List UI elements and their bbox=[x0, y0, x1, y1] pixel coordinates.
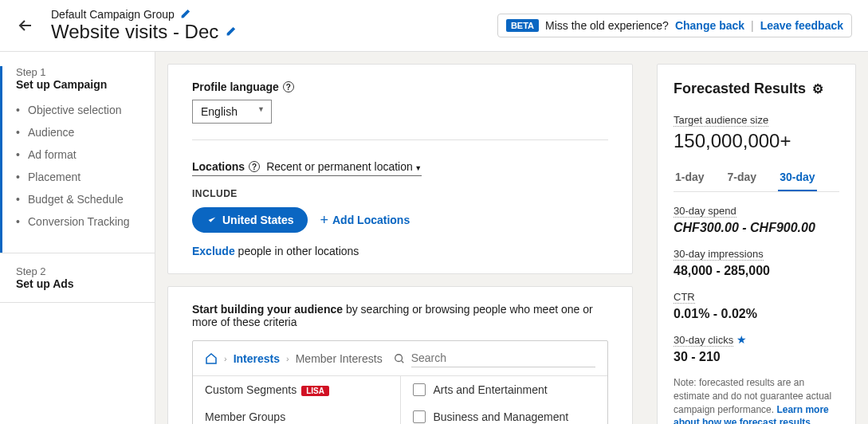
chevron-right-icon: › bbox=[286, 354, 289, 363]
location-pill[interactable]: United States bbox=[192, 207, 308, 233]
divider bbox=[0, 253, 155, 253]
substep-item[interactable]: Budget & Schedule bbox=[16, 188, 139, 210]
interest-option[interactable]: Arts and Entertainment bbox=[401, 376, 608, 403]
option-text: Business and Management bbox=[434, 410, 569, 423]
beta-badge: BETA bbox=[506, 19, 539, 32]
breadcrumb: Default Campaign Group bbox=[51, 8, 236, 21]
breadcrumb-interests[interactable]: Interests bbox=[234, 352, 280, 365]
step-number: Step 2 bbox=[16, 265, 139, 277]
breadcrumb-current: Member Interests bbox=[296, 352, 383, 365]
metric-value: 30 - 210 bbox=[674, 350, 839, 364]
sidebar: Step 1 Set up Campaign Objective selecti… bbox=[0, 52, 155, 424]
substep-item[interactable]: Ad format bbox=[16, 143, 139, 166]
include-label: INCLUDE bbox=[192, 188, 608, 199]
pencil-icon[interactable] bbox=[225, 26, 236, 37]
lisa-badge: LISA bbox=[301, 386, 329, 396]
metric-label: 30-day impressions bbox=[674, 248, 764, 261]
metric-label: 30-day spend bbox=[674, 205, 736, 218]
page-header: Default Campaign Group Website visits - … bbox=[0, 0, 868, 52]
check-icon bbox=[206, 214, 218, 226]
breadcrumb-text: Default Campaign Group bbox=[51, 8, 175, 21]
label-text: Profile language bbox=[192, 80, 279, 93]
browse-item-member-groups[interactable]: Member Groups bbox=[193, 403, 400, 424]
change-back-link[interactable]: Change back bbox=[675, 19, 744, 32]
step-number: Step 1 bbox=[16, 66, 139, 78]
plus-icon: + bbox=[320, 212, 328, 229]
impressions-metric: 30-day impressions 48,000 - 285,000 bbox=[674, 247, 839, 278]
substep-item[interactable]: Audience bbox=[16, 121, 139, 143]
checkbox[interactable] bbox=[413, 383, 426, 396]
metric-label: 30-day clicks bbox=[674, 334, 733, 347]
browse-header: › Interests › Member Interests bbox=[193, 341, 607, 376]
substep-item[interactable]: Placement bbox=[16, 166, 139, 188]
page-title: Website visits - Dec bbox=[51, 21, 236, 43]
metric-value: 0.01% - 0.02% bbox=[674, 307, 839, 321]
exclude-row: Exclude people in other locations bbox=[192, 245, 608, 257]
forecast-tabs: 1-day 7-day 30-day bbox=[674, 164, 839, 192]
chevron-right-icon: › bbox=[224, 354, 227, 363]
gear-icon[interactable]: ⚙ bbox=[812, 81, 823, 96]
page-title-text: Website visits - Dec bbox=[51, 21, 218, 43]
location-pills: United States + Add Locations bbox=[192, 207, 608, 233]
forecast-panel: Forecasted Results ⚙ Target audience siz… bbox=[645, 52, 868, 424]
substep-item[interactable]: Objective selection bbox=[16, 99, 139, 121]
help-icon[interactable]: ? bbox=[283, 81, 294, 92]
profile-language-select[interactable]: English bbox=[192, 100, 272, 124]
checkbox[interactable] bbox=[413, 410, 426, 423]
header-right: BETA Miss the old experience? Change bac… bbox=[497, 14, 852, 37]
metric-value: CHF300.00 - CHF900.00 bbox=[674, 221, 839, 235]
exclude-link[interactable]: Exclude bbox=[192, 245, 235, 257]
step-title: Set up Ads bbox=[16, 277, 139, 290]
tab-1day[interactable]: 1-day bbox=[674, 164, 706, 191]
tab-7day[interactable]: 7-day bbox=[726, 164, 759, 191]
browse-item-custom-segments[interactable]: Custom SegmentsLISA bbox=[193, 376, 400, 403]
option-text: Arts and Entertainment bbox=[434, 383, 548, 396]
profile-language-label: Profile language ? bbox=[192, 80, 608, 93]
main-layout: Step 1 Set up Campaign Objective selecti… bbox=[0, 52, 868, 424]
locations-label: Locations ? bbox=[192, 160, 260, 173]
clicks-metric: 30-day clicks ★ 30 - 210 bbox=[674, 333, 839, 364]
forecast-card: Forecasted Results ⚙ Target audience siz… bbox=[657, 64, 856, 424]
step-2[interactable]: Step 2 Set up Ads bbox=[0, 265, 155, 302]
audience-size-label: Target audience size bbox=[674, 114, 768, 127]
item-text: Member Groups bbox=[205, 410, 285, 423]
home-icon[interactable] bbox=[205, 352, 218, 365]
browse-right-column: Arts and Entertainment Business and Mana… bbox=[401, 376, 608, 424]
search-input[interactable] bbox=[411, 349, 595, 367]
add-text: Add Locations bbox=[332, 214, 410, 226]
pencil-icon[interactable] bbox=[179, 9, 190, 20]
add-locations-button[interactable]: + Add Locations bbox=[320, 212, 410, 229]
intro-bold: Start building your audience bbox=[192, 303, 343, 316]
substep-item[interactable]: Conversion Tracking bbox=[16, 210, 139, 233]
metric-value: 48,000 - 285,000 bbox=[674, 264, 839, 278]
interest-option[interactable]: Business and Management bbox=[401, 403, 608, 424]
spend-metric: 30-day spend CHF300.00 - CHF900.00 bbox=[674, 204, 839, 235]
browse-left-column: Custom SegmentsLISA Member Groups Member… bbox=[193, 376, 401, 424]
tab-30day[interactable]: 30-day bbox=[778, 164, 816, 191]
audience-card: Profile language ? English Locations ? R… bbox=[167, 64, 633, 274]
pill-text: United States bbox=[222, 214, 293, 226]
label-text: Locations bbox=[192, 160, 245, 173]
item-text: Custom Segments bbox=[205, 383, 297, 396]
help-icon[interactable]: ? bbox=[249, 161, 260, 172]
title-text: Forecasted Results bbox=[674, 80, 806, 97]
step-1[interactable]: Step 1 Set up Campaign Objective selecti… bbox=[0, 66, 155, 253]
locations-row: Locations ? Recent or permanent location bbox=[192, 160, 422, 176]
back-arrow-icon[interactable] bbox=[16, 16, 35, 35]
divider: | bbox=[751, 19, 754, 32]
exclude-rest: people in other locations bbox=[238, 245, 359, 257]
audience-intro: Start building your audience by searchin… bbox=[192, 303, 608, 328]
svg-point-0 bbox=[395, 354, 402, 361]
divider bbox=[0, 302, 155, 303]
browse-body: Custom SegmentsLISA Member Groups Member… bbox=[193, 376, 607, 424]
audience-size-value: 150,000,000+ bbox=[674, 130, 839, 152]
browse-box: › Interests › Member Interests Custom Se… bbox=[192, 340, 608, 424]
ctr-metric: CTR 0.01% - 0.02% bbox=[674, 290, 839, 321]
step-title: Set up Campaign bbox=[16, 78, 139, 91]
location-scope-dropdown[interactable]: Recent or permanent location bbox=[266, 160, 422, 173]
metric-label: CTR bbox=[674, 291, 695, 304]
title-group: Default Campaign Group Website visits - … bbox=[51, 8, 236, 43]
leave-feedback-link[interactable]: Leave feedback bbox=[760, 19, 843, 32]
forecast-note: Note: forecasted results are an estimate… bbox=[674, 376, 839, 424]
star-icon: ★ bbox=[736, 333, 747, 346]
